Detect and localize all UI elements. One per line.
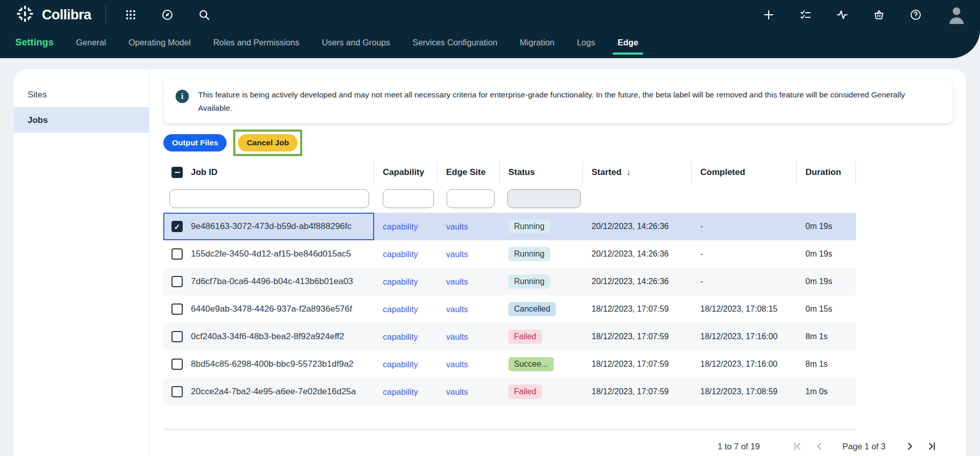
status-badge: Cancelled (508, 302, 556, 316)
help-icon[interactable] (910, 9, 922, 21)
table-row[interactable]: 7d6cf7ba-0ca6-4496-b04c-413b6b01ea03 cap… (163, 268, 856, 295)
job-id-cell[interactable]: 9e486163-3072-473d-b59d-ab4f888296fc (163, 213, 374, 240)
job-id-cell[interactable]: 155dc2fe-3450-4d12-af15-be846d015ac5 (163, 240, 374, 268)
started-cell: 18/12/2023, 17:07:59 (583, 378, 692, 406)
next-page-icon[interactable] (903, 440, 916, 453)
output-files-button[interactable]: Output Files (163, 134, 227, 151)
job-id-cell[interactable]: 0cf240a3-34f6-48b3-bea2-8f92a924eff2 (163, 323, 374, 350)
col-capability[interactable]: Capability (374, 161, 437, 184)
job-id-cell[interactable]: 20cce2a4-7ba2-4e95-a6ee-7e02de16d25a (163, 378, 374, 406)
row-checkbox[interactable] (172, 386, 183, 397)
row-checkbox[interactable] (172, 303, 183, 315)
sidebar-item-jobs[interactable]: Jobs (14, 108, 149, 133)
tab-general[interactable]: General (76, 38, 106, 47)
basket-icon[interactable] (873, 9, 885, 21)
capability-link[interactable]: capability (383, 222, 418, 232)
col-started[interactable]: Started ↓ (583, 161, 692, 184)
main-panel: Sites Jobs i This feature is being activ… (14, 69, 966, 456)
table-row[interactable]: 8bd54c85-6298-400b-bbc9-55723b1df9a2 cap… (163, 350, 856, 378)
col-completed[interactable]: Completed (692, 161, 797, 184)
info-icon: i (176, 90, 189, 103)
row-checkbox[interactable] (172, 248, 183, 260)
started-cell: 18/12/2023, 17:07:59 (583, 295, 692, 323)
table-row[interactable]: 9e486163-3072-473d-b59d-ab4f888296fc cap… (163, 213, 856, 240)
completed-cell: - (692, 240, 797, 268)
capability-link[interactable]: capability (383, 332, 418, 342)
edge-site-link[interactable]: vaults (446, 222, 468, 232)
job-id-text: 7d6cf7ba-0ca6-4496-b04c-413b6b01ea03 (191, 276, 353, 287)
status-badge: Running (508, 219, 550, 234)
capability-filter-input[interactable] (383, 189, 434, 208)
jobs-table: Job ID Capability Edge Site Status Start… (163, 161, 856, 406)
duration-cell: 0m 15s (797, 295, 856, 323)
job-id-cell[interactable]: 6440e9ab-3478-4426-937a-f2a8936e576f (163, 295, 374, 323)
tab-edge[interactable]: Edge (618, 38, 638, 47)
started-cell: 18/12/2023, 17:07:59 (583, 350, 692, 378)
table-row[interactable]: 20cce2a4-7ba2-4e95-a6ee-7e02de16d25a cap… (163, 378, 856, 406)
activity-pulse-icon[interactable] (836, 9, 848, 21)
row-checkbox[interactable] (172, 221, 183, 232)
capability-link[interactable]: capability (383, 277, 418, 287)
status-badge: Failed (508, 330, 542, 344)
search-icon[interactable] (198, 9, 210, 21)
tasks-checklist-icon[interactable] (799, 9, 812, 21)
completed-cell: 18/12/2023, 17:16:00 (692, 350, 797, 378)
first-page-icon[interactable] (792, 440, 805, 453)
tab-roles-permissions[interactable]: Roles and Permissions (213, 38, 300, 47)
edge-site-link[interactable]: vaults (446, 332, 468, 342)
last-page-icon[interactable] (924, 440, 938, 453)
select-all-checkbox[interactable] (172, 167, 183, 178)
col-job-id[interactable]: Job ID (191, 167, 217, 178)
edge-site-link[interactable]: vaults (446, 305, 468, 314)
col-duration[interactable]: Duration (797, 161, 856, 184)
duration-cell: 0m 19s (797, 240, 856, 268)
row-checkbox[interactable] (172, 276, 183, 287)
jobs-content: i This feature is being actively develop… (150, 69, 966, 456)
explore-compass-icon[interactable] (161, 9, 174, 21)
job-id-cell[interactable]: 7d6cf7ba-0ca6-4496-b04c-413b6b01ea03 (163, 268, 374, 295)
duration-cell: 8m 1s (797, 350, 856, 378)
completed-cell: 18/12/2023, 17:08:59 (692, 378, 797, 406)
sort-desc-icon[interactable]: ↓ (627, 168, 631, 177)
tab-migration[interactable]: Migration (520, 38, 554, 47)
brand-name: Collibra (42, 7, 91, 23)
status-filter-input[interactable] (507, 189, 581, 208)
edge-site-link[interactable]: vaults (446, 360, 468, 369)
capability-link[interactable]: capability (383, 305, 418, 314)
prev-page-icon[interactable] (813, 440, 826, 453)
completed-cell: 18/12/2023, 17:16:00 (692, 323, 797, 350)
duration-cell: 0m 19s (797, 213, 856, 240)
row-checkbox[interactable] (172, 359, 183, 370)
table-row[interactable]: 0cf240a3-34f6-48b3-bea2-8f92a924eff2 cap… (163, 323, 856, 350)
sidebar-item-sites[interactable]: Sites (14, 83, 149, 108)
duration-cell: 0m 19s (797, 268, 856, 295)
col-status[interactable]: Status (500, 161, 583, 184)
row-checkbox[interactable] (172, 331, 183, 342)
edge-site-link[interactable]: vaults (446, 249, 468, 259)
job-id-cell[interactable]: 8bd54c85-6298-400b-bbc9-55723b1df9a2 (163, 350, 374, 378)
capability-link[interactable]: capability (383, 387, 418, 397)
tab-logs[interactable]: Logs (577, 38, 595, 47)
add-plus-icon[interactable] (763, 9, 775, 21)
job-id-filter-input[interactable] (169, 189, 369, 208)
tab-operating-model[interactable]: Operating Model (129, 38, 191, 47)
col-edge-site[interactable]: Edge Site (437, 161, 500, 184)
settings-nav: Settings General Operating Model Roles a… (0, 27, 980, 58)
cancel-job-button[interactable]: Cancel Job (238, 134, 298, 151)
table-row[interactable]: 6440e9ab-3478-4426-937a-f2a8936e576f cap… (163, 295, 856, 323)
collibra-logo[interactable]: Collibra (15, 4, 91, 26)
edge-site-filter-input[interactable] (447, 189, 495, 208)
status-badge: Running (508, 247, 550, 261)
edge-site-link[interactable]: vaults (446, 277, 468, 287)
status-badge: Failed (508, 385, 542, 399)
status-badge: Succee... (508, 357, 554, 371)
tab-services-configuration[interactable]: Services Configuration (412, 38, 497, 47)
capability-link[interactable]: capability (383, 360, 418, 369)
tab-users-groups[interactable]: Users and Groups (322, 38, 390, 47)
duration-cell: 1m 0s (797, 378, 856, 406)
edge-site-link[interactable]: vaults (446, 387, 468, 397)
apps-waffle-icon[interactable] (125, 9, 137, 21)
capability-link[interactable]: capability (383, 249, 418, 259)
user-avatar[interactable] (946, 5, 967, 25)
table-row[interactable]: 155dc2fe-3450-4d12-af15-be846d015ac5 cap… (163, 240, 856, 268)
